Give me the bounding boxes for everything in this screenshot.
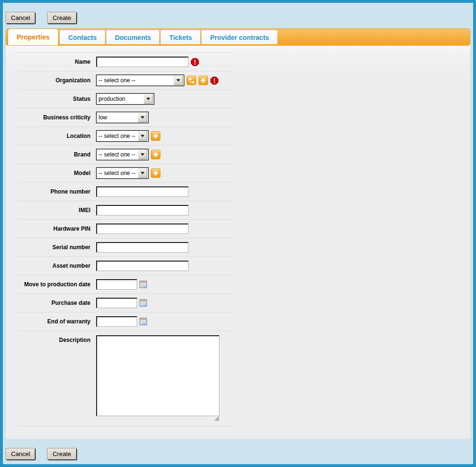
field-controls-asset-number	[96, 261, 188, 271]
field-controls-move-to-production-date	[96, 279, 147, 290]
cancel-button[interactable]: Cancel	[6, 448, 35, 460]
top-toolbar: Cancel Create	[6, 12, 77, 24]
form-row-name: Name	[17, 52, 232, 71]
chevron-down-icon[interactable]	[138, 150, 147, 159]
hardware-pin-input[interactable]	[96, 224, 188, 234]
field-controls-organization: -- select one --	[96, 75, 218, 86]
chevron-down-icon[interactable]	[138, 168, 147, 178]
warning-icon	[191, 58, 199, 66]
organization-select[interactable]: -- select one --	[96, 75, 184, 86]
field-label-location: Location	[17, 133, 96, 139]
field-label-serial-number: Serial number	[17, 244, 96, 251]
serial-number-input[interactable]	[96, 242, 188, 253]
field-label-organization: Organization	[17, 77, 96, 84]
form-row-location: Location-- select one --	[17, 126, 232, 145]
field-controls-business-criticity: low	[96, 112, 149, 123]
properties-form: NameOrganization-- select one --Statuspr…	[17, 46, 232, 426]
field-controls-end-of-warranty	[96, 316, 147, 327]
tab-provider-contracts[interactable]: Provider contracts	[201, 30, 278, 44]
select-value: -- select one --	[97, 170, 137, 176]
form-row-business-criticity: Business criticitylow	[17, 108, 232, 126]
field-label-description: Description	[17, 335, 96, 343]
select-value: -- select one --	[97, 77, 173, 84]
imei-input[interactable]	[96, 205, 188, 215]
field-label-status: Status	[17, 96, 96, 102]
field-label-business-criticity: Business criticity	[17, 114, 96, 121]
tab-label: Tickets	[169, 34, 192, 41]
create-button[interactable]: Create	[47, 12, 76, 24]
form-row-organization: Organization-- select one --	[17, 71, 232, 89]
form-row-move-to-production-date: Move to production date	[17, 275, 232, 293]
business-criticity-select[interactable]: low	[96, 112, 149, 123]
field-label-purchase-date: Purchase date	[17, 300, 96, 306]
form-row-brand: Brand-- select one --	[17, 145, 232, 164]
calendar-icon[interactable]	[139, 299, 147, 307]
window-canvas: Cancel Create PropertiesContactsDocument…	[3, 3, 473, 464]
select-value: -- select one --	[97, 151, 137, 158]
move-to-production-date-input[interactable]	[96, 279, 137, 290]
field-label-imei: IMEI	[17, 207, 96, 214]
form-row-end-of-warranty: End of warranty	[17, 312, 232, 331]
location-select[interactable]: -- select one --	[96, 130, 149, 142]
location-add-button[interactable]	[151, 131, 160, 141]
field-controls-brand: -- select one --	[96, 149, 160, 160]
chevron-down-icon[interactable]	[174, 76, 183, 85]
field-controls-status: production	[96, 93, 154, 105]
field-controls-phone-number	[96, 186, 188, 197]
field-controls-location: -- select one --	[96, 130, 160, 142]
organization-hierarchy-button[interactable]	[187, 76, 196, 85]
field-controls-description	[96, 335, 219, 421]
field-controls-imei	[96, 205, 188, 215]
calendar-icon[interactable]	[139, 281, 147, 288]
hierarchy-icon	[188, 78, 195, 84]
tab-documents[interactable]: Documents	[106, 30, 159, 44]
form-row-serial-number: Serial number	[17, 238, 232, 256]
select-value: low	[97, 114, 137, 121]
chevron-down-icon[interactable]	[138, 113, 147, 122]
form-row-model: Model-- select one --	[17, 164, 232, 182]
model-add-button[interactable]	[151, 168, 160, 178]
field-label-model: Model	[17, 170, 96, 176]
purchase-date-input[interactable]	[96, 298, 137, 308]
brand-select[interactable]: -- select one --	[96, 149, 149, 160]
content-pane: NameOrganization-- select one --Statuspr…	[6, 46, 470, 439]
field-label-hardware-pin: Hardware PIN	[17, 225, 96, 232]
description-textarea[interactable]	[96, 335, 219, 416]
chevron-down-icon[interactable]	[144, 94, 153, 104]
form-row-phone-number: Phone number	[17, 182, 232, 201]
cancel-button[interactable]: Cancel	[6, 12, 35, 24]
calendar-icon[interactable]	[139, 318, 147, 325]
add-icon	[153, 152, 159, 157]
form-row-asset-number: Asset number	[17, 256, 232, 275]
form-row-purchase-date: Purchase date	[17, 293, 232, 312]
field-label-name: Name	[17, 58, 96, 65]
tab-label: Documents	[115, 34, 151, 41]
resize-handle-icon[interactable]	[215, 417, 219, 421]
field-controls-name	[96, 57, 199, 67]
field-controls-serial-number	[96, 242, 188, 253]
tab-tickets[interactable]: Tickets	[160, 30, 200, 44]
model-select[interactable]: -- select one --	[96, 167, 149, 179]
status-select[interactable]: production	[96, 93, 154, 105]
tab-label: Provider contracts	[210, 34, 269, 41]
textarea-wrap	[96, 335, 219, 421]
add-icon	[200, 78, 206, 83]
asset-number-input[interactable]	[96, 261, 188, 271]
organization-add-button[interactable]	[198, 76, 208, 85]
tab-label: Contacts	[68, 34, 97, 41]
bottom-toolbar: Cancel Create	[6, 448, 77, 460]
brand-add-button[interactable]	[151, 150, 160, 159]
field-label-asset-number: Asset number	[17, 263, 96, 269]
page: { "window": { "frame_color": "#2693c4", …	[0, 0, 476, 467]
chevron-down-icon[interactable]	[138, 131, 147, 141]
tab-contacts[interactable]: Contacts	[60, 30, 105, 44]
create-button[interactable]: Create	[47, 448, 76, 460]
field-label-brand: Brand	[17, 151, 96, 158]
end-of-warranty-input[interactable]	[96, 316, 137, 327]
phone-number-input[interactable]	[96, 186, 188, 197]
field-label-move-to-production-date: Move to production date	[17, 281, 96, 288]
name-input[interactable]	[96, 57, 188, 67]
form-row-status: Statusproduction	[17, 89, 232, 108]
form-row-description: Description	[17, 331, 232, 426]
tab-properties[interactable]: Properties	[8, 29, 59, 45]
